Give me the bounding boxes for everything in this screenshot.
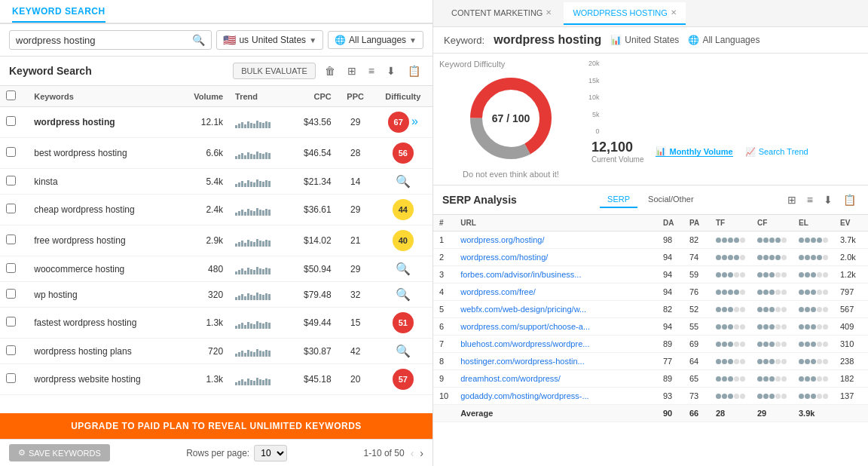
bulk-evaluate-button[interactable]: BULK EVALUATE xyxy=(233,63,316,79)
serp-url[interactable]: wordpress.org/hosting/ xyxy=(454,231,657,249)
serp-cf xyxy=(751,318,793,336)
search-action-icon[interactable]: 🔍 xyxy=(396,262,411,275)
search-icon[interactable]: 🔍 xyxy=(192,34,205,46)
ppc-cell: 29 xyxy=(338,256,374,282)
search-action-icon[interactable]: 🔍 xyxy=(396,345,411,357)
serp-cf xyxy=(751,301,793,318)
language-selector[interactable]: 🌐 All Languages ▼ xyxy=(328,31,423,49)
serp-url[interactable]: webfx.com/web-design/pricing/w... xyxy=(454,301,657,318)
search-input[interactable] xyxy=(16,35,192,46)
prev-page-button[interactable]: ‹ xyxy=(411,447,414,459)
keyword-cell: wp hosting xyxy=(28,282,178,308)
serp-tf xyxy=(710,336,751,353)
right-panel: CONTENT MARKETING ✕ WORDPRESS HOSTING ✕ … xyxy=(433,0,868,466)
right-tab-bar: CONTENT MARKETING ✕ WORDPRESS HOSTING ✕ xyxy=(433,0,868,27)
table-row: kinsta 5.4k $21.34 14 🔍 xyxy=(0,169,432,195)
serp-columns-icon[interactable]: ⊞ xyxy=(784,192,799,207)
close-content-marketing-icon[interactable]: ✕ xyxy=(546,8,552,17)
upgrade-banner[interactable]: UPGRADE TO PAID PLAN TO REVEAL UNLIMITED… xyxy=(0,413,432,439)
row-checkbox[interactable] xyxy=(6,289,16,299)
search-action-icon[interactable]: 🔍 xyxy=(396,288,411,301)
serp-tab-social[interactable]: Social/Other xyxy=(640,192,701,208)
row-checkbox[interactable] xyxy=(6,317,16,327)
search-input-wrap[interactable]: 🔍 xyxy=(9,30,212,50)
difficulty-cell: 🔍 xyxy=(374,169,432,195)
rows-select[interactable]: 10 25 50 xyxy=(254,445,287,461)
rows-per-page: Rows per page: 10 25 50 xyxy=(186,445,287,461)
toolbar-actions: BULK EVALUATE 🗑 ⊞ ≡ ⬇ 📋 xyxy=(233,63,423,79)
ppc-cell: 29 xyxy=(338,195,374,225)
next-page-button[interactable]: › xyxy=(420,447,423,459)
serp-url[interactable]: wordpress.com/free/ xyxy=(454,284,657,301)
download-icon[interactable]: ⬇ xyxy=(384,63,399,78)
arrow-icon[interactable]: » xyxy=(411,115,418,127)
serp-url[interactable]: forbes.com/advisor/in/business... xyxy=(454,266,657,284)
trend-cell xyxy=(229,225,288,256)
serp-download-icon[interactable]: ⬇ xyxy=(821,192,836,207)
serp-url[interactable]: godaddy.com/hosting/wordpress-... xyxy=(454,388,657,405)
search-action-icon[interactable]: 🔍 xyxy=(396,175,411,188)
serp-tf xyxy=(710,284,751,301)
col-ppc: PPC xyxy=(338,86,374,107)
tab-content-marketing[interactable]: CONTENT MARKETING ✕ xyxy=(442,2,561,25)
serp-cf xyxy=(751,249,793,266)
serp-num: 6 xyxy=(433,318,454,336)
row-checkbox[interactable] xyxy=(6,204,16,213)
serp-copy-icon[interactable]: 📋 xyxy=(840,192,859,207)
serp-ev: 182 xyxy=(834,370,868,388)
globe-icon: 🌐 xyxy=(335,35,346,45)
country-selector[interactable]: 🇺🇸 us United States ▼ xyxy=(216,30,323,50)
row-checkbox[interactable] xyxy=(6,176,16,185)
row-checkbox[interactable] xyxy=(6,345,16,355)
keyword-label: Keyword: xyxy=(444,35,484,46)
difficulty-badge: 44 xyxy=(393,199,414,220)
ppc-cell: 29 xyxy=(338,107,374,138)
serp-row: 7 bluehost.com/wordpress/wordpre... 89 6… xyxy=(433,336,868,353)
serp-num: 5 xyxy=(433,301,454,318)
table-row: free wordpress hosting 2.9k $14.02 21 40 xyxy=(0,225,432,256)
keyword-cell: woocommerce hosting xyxy=(28,256,178,282)
volume-cell: 2.9k xyxy=(178,225,229,256)
serp-section: SERP Analysis SERP Social/Other ⊞ ≡ ⬇ 📋 … xyxy=(433,185,868,466)
serp-da: 89 xyxy=(657,370,683,388)
serp-actions: ⊞ ≡ ⬇ 📋 xyxy=(784,192,859,207)
keyword-text: wordpress hosting plans xyxy=(34,346,131,357)
trash-icon[interactable]: 🗑 xyxy=(322,63,338,78)
col-volume: Volume xyxy=(178,86,229,107)
serp-ev: 409 xyxy=(834,318,868,336)
serp-url[interactable]: dreamhost.com/wordpress/ xyxy=(454,370,657,388)
save-keywords-button[interactable]: ⚙ SAVE KEYWORDS xyxy=(9,444,110,461)
keyword-cell: wordpress hosting xyxy=(28,107,178,138)
select-all-checkbox[interactable] xyxy=(6,90,16,100)
serp-row: 4 wordpress.com/free/ 94 76 797 xyxy=(433,284,868,301)
table-row: wp hosting 320 $79.48 32 🔍 xyxy=(0,282,432,308)
serp-header: SERP Analysis SERP Social/Other ⊞ ≡ ⬇ 📋 xyxy=(433,185,868,215)
serp-url[interactable]: wordpress.com/hosting/ xyxy=(454,249,657,266)
tab-keyword-search[interactable]: KEYWORD SEARCH xyxy=(12,6,105,23)
row-checkbox[interactable] xyxy=(6,373,16,383)
cpc-cell: $36.61 xyxy=(288,195,337,225)
columns-icon[interactable]: ⊞ xyxy=(344,63,359,78)
serp-url[interactable]: wordpress.com/support/choose-a... xyxy=(454,318,657,336)
row-checkbox[interactable] xyxy=(6,116,16,126)
volume-cell: 720 xyxy=(178,339,229,364)
serp-url[interactable]: bluehost.com/wordpress/wordpre... xyxy=(454,336,657,353)
copy-icon[interactable]: 📋 xyxy=(405,63,423,78)
serp-filter-icon[interactable]: ≡ xyxy=(804,192,816,207)
keyword-cell: best wordpress hosting xyxy=(28,138,178,169)
search-trend-link[interactable]: 📈 Search Trend xyxy=(745,147,808,157)
row-checkbox[interactable] xyxy=(6,263,16,273)
serp-url[interactable]: hostinger.com/wordpress-hostin... xyxy=(454,353,657,370)
serp-row: 3 forbes.com/advisor/in/business... 94 5… xyxy=(433,266,868,284)
row-checkbox[interactable] xyxy=(6,235,16,244)
monthly-volume-link[interactable]: 📊 Monthly Volume xyxy=(656,146,732,157)
serp-tf xyxy=(710,231,751,249)
keyword-text: woocommerce hosting xyxy=(34,264,124,274)
tab-wordpress-hosting[interactable]: WORDPRESS HOSTING ✕ xyxy=(564,2,685,25)
country-flag: 🇺🇸 xyxy=(223,34,236,46)
filter-icon[interactable]: ≡ xyxy=(365,63,377,78)
close-wordpress-hosting-icon[interactable]: ✕ xyxy=(671,8,677,17)
row-checkbox[interactable] xyxy=(6,147,16,157)
serp-tab-serp[interactable]: SERP xyxy=(600,192,637,208)
serp-num: 9 xyxy=(433,370,454,388)
